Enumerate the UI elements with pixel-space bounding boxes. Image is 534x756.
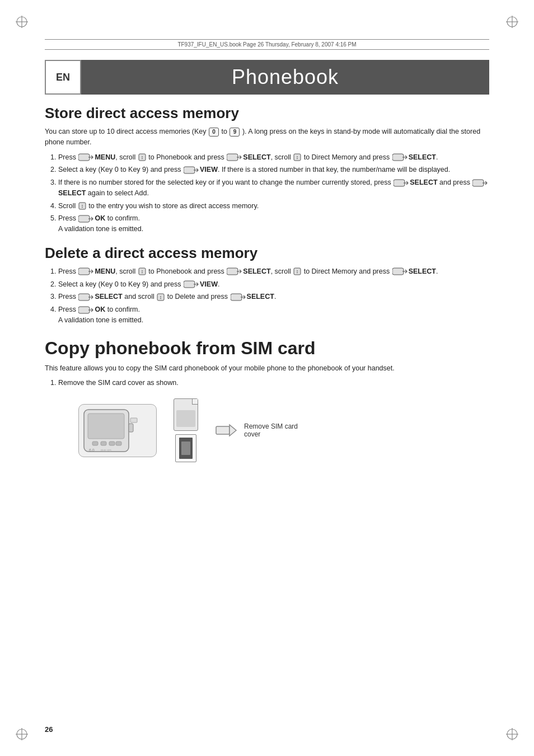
- scroll-icon-6: ↕: [157, 293, 165, 301]
- select-key-icon-1: [227, 153, 242, 161]
- phone-svg: 6.0 PHILIPS: [81, 407, 154, 454]
- ok-key-icon-2: [78, 306, 94, 314]
- svg-rect-18: [392, 154, 404, 161]
- svg-text:6.0: 6.0: [89, 448, 95, 452]
- store-step-1: Press MENU, scroll ↕ to Phonebook and pr…: [58, 152, 489, 163]
- reg-mark-tl: [16, 16, 28, 28]
- page-number: 26: [45, 725, 53, 734]
- svg-rect-42: [109, 442, 115, 445]
- scroll-icon-5: ↕: [293, 267, 301, 275]
- store-direct-heading: Store direct access memory: [45, 105, 489, 122]
- store-step-2: Select a key (Key 0 to Key 9) and press …: [58, 165, 489, 175]
- lang-tag: EN: [45, 60, 81, 95]
- svg-rect-39: [88, 414, 124, 439]
- store-step-3: If there is no number stored for the sel…: [58, 177, 489, 199]
- sim-illustration: 6.0 PHILIPS: [78, 398, 489, 462]
- svg-text:↕: ↕: [296, 154, 299, 160]
- svg-rect-32: [184, 281, 195, 288]
- view-key-icon-2: [184, 280, 199, 288]
- scroll-icon-2: ↕: [293, 153, 301, 161]
- svg-marker-49: [229, 425, 236, 436]
- svg-text:↕: ↕: [296, 269, 299, 274]
- menu-key-icon: [78, 153, 94, 161]
- title-bar: EN Phonebook: [45, 60, 489, 95]
- svg-text:↕: ↕: [81, 203, 83, 209]
- copy-step-1: Remove the SIM card cover as shown.: [58, 378, 489, 388]
- svg-rect-31: [392, 268, 404, 275]
- delete-step-1: Press MENU, scroll ↕ to Phonebook and pr…: [58, 266, 489, 277]
- reg-mark-tr: [506, 16, 518, 28]
- delete-direct-heading: Delete a direct access memory: [45, 245, 489, 262]
- delete-step-2: Select a key (Key 0 to Key 9) and press …: [58, 279, 489, 290]
- menu-key-icon-2: [78, 267, 94, 275]
- arrow-right-icon: [215, 422, 237, 439]
- svg-text:↕: ↕: [141, 269, 144, 274]
- delete-step-3: Press SELECT and scroll ↕ to Delete and …: [58, 292, 489, 302]
- sim-card-outline: [174, 398, 198, 431]
- sim-slot-box: [175, 434, 196, 462]
- svg-rect-44: [129, 424, 133, 432]
- page-title: Phonebook: [81, 65, 489, 89]
- svg-rect-36: [231, 294, 242, 300]
- svg-text:PHILIPS: PHILIPS: [101, 449, 112, 452]
- svg-rect-48: [216, 426, 229, 434]
- svg-rect-40: [92, 442, 98, 445]
- key-0-icon: 0: [209, 128, 219, 137]
- key-9-icon: 9: [229, 128, 240, 137]
- select-key-icon-5: [227, 267, 242, 275]
- scroll-icon-3: ↕: [78, 202, 86, 210]
- svg-rect-15: [227, 154, 238, 161]
- store-step-4: Scroll ↕ to the entry you wish to store …: [58, 201, 489, 212]
- copy-phonebook-steps: Remove the SIM card cover as shown.: [58, 378, 489, 388]
- store-direct-intro: You can store up to 10 direct access mem…: [45, 126, 489, 148]
- section-store-direct: Store direct access memory You can store…: [45, 105, 489, 234]
- svg-rect-25: [78, 268, 90, 275]
- reg-mark-br: [506, 728, 518, 740]
- ok-key-icon-1: [78, 215, 94, 223]
- svg-rect-19: [184, 167, 195, 173]
- select-key-icon-3: [394, 179, 409, 187]
- delete-step-4: Press OK to confirm.A validation tone is…: [58, 304, 489, 326]
- scroll-icon-1: ↕: [138, 153, 146, 161]
- copy-phonebook-intro: This feature allows you to copy the SIM …: [45, 363, 489, 374]
- svg-rect-33: [78, 294, 90, 300]
- delete-direct-steps: Press MENU, scroll ↕ to Phonebook and pr…: [58, 266, 489, 326]
- svg-rect-41: [101, 442, 106, 445]
- svg-rect-24: [78, 215, 90, 222]
- section-delete-direct: Delete a direct access memory Press MENU…: [45, 245, 489, 326]
- svg-rect-21: [472, 180, 484, 186]
- page: TF937_IFU_EN_US.book Page 26 Thursday, F…: [0, 0, 534, 756]
- phone-device-sketch: 6.0 PHILIPS: [78, 404, 157, 457]
- store-step-5: Press OK to confirm.A validation tone is…: [58, 213, 489, 234]
- svg-rect-20: [394, 180, 405, 186]
- svg-rect-47: [130, 418, 137, 422]
- svg-text:↕: ↕: [160, 294, 162, 300]
- copy-phonebook-heading: Copy phonebook from SIM card: [45, 338, 489, 359]
- select-key-icon-7: [78, 293, 94, 301]
- sim-remove-label: Remove SIM card cover: [244, 422, 311, 438]
- svg-text:↕: ↕: [141, 154, 144, 160]
- select-key-icon-4: [472, 179, 488, 187]
- file-info: TF937_IFU_EN_US.book Page 26 Thursday, F…: [45, 39, 489, 50]
- select-key-icon-6: [392, 267, 408, 275]
- section-copy-phonebook: Copy phonebook from SIM card This featur…: [45, 338, 489, 463]
- svg-rect-28: [227, 268, 238, 275]
- view-key-icon-1: [184, 166, 199, 174]
- sim-card-group: [163, 398, 208, 462]
- svg-rect-37: [78, 307, 90, 313]
- select-key-icon-8: [231, 293, 246, 301]
- select-key-icon-2: [392, 153, 408, 161]
- reg-mark-bl: [16, 728, 28, 740]
- svg-rect-12: [78, 154, 90, 161]
- store-direct-steps: Press MENU, scroll ↕ to Phonebook and pr…: [58, 152, 489, 234]
- scroll-icon-4: ↕: [138, 267, 146, 275]
- svg-rect-43: [116, 442, 121, 445]
